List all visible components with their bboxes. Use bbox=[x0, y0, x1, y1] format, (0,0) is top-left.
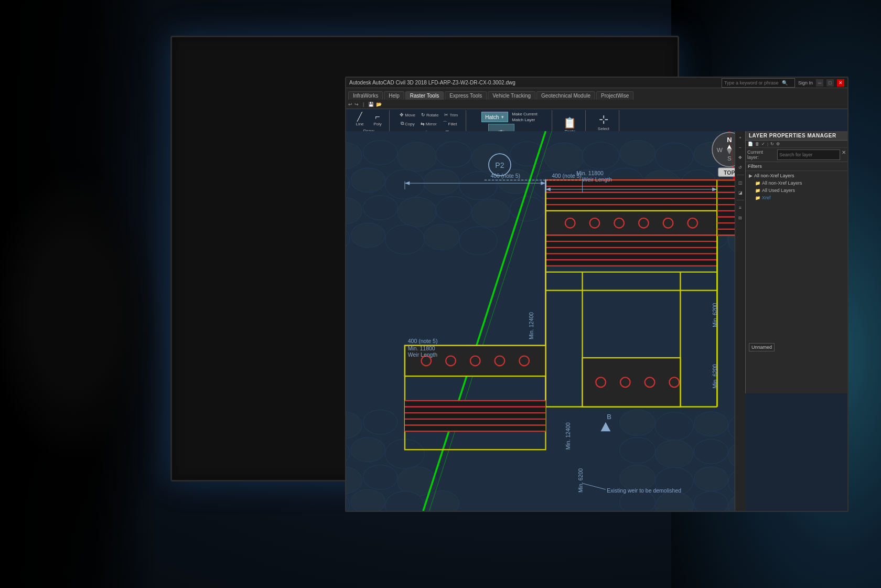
svg-text:400 (note 5): 400 (note 5) bbox=[490, 173, 520, 179]
svg-point-16 bbox=[424, 169, 459, 195]
svg-rect-109 bbox=[405, 401, 546, 431]
match-layer-btn[interactable]: Match Layer bbox=[510, 117, 539, 123]
sign-in-link[interactable]: Sign In bbox=[798, 80, 813, 85]
save-icon[interactable]: 💾 bbox=[368, 102, 374, 107]
svg-point-9 bbox=[620, 141, 656, 166]
tab-raster[interactable]: Raster Tools bbox=[405, 91, 444, 100]
svg-point-119 bbox=[470, 356, 480, 366]
layer-new-btn[interactable]: 📄 bbox=[748, 142, 753, 146]
svg-text:N: N bbox=[727, 136, 732, 144]
match-prop-btn[interactable]: ⊟ bbox=[736, 213, 745, 222]
svg-point-63 bbox=[694, 467, 728, 491]
make-current-btn[interactable]: Make Current bbox=[510, 111, 539, 117]
filter-tree: ▶ All non-Xref Layers 📁 All non-Xref Lay… bbox=[746, 171, 847, 202]
pan-btn[interactable]: ✥ bbox=[736, 153, 745, 162]
quick-access-toolbar: ↩ ↪ | 💾 📂 bbox=[346, 100, 847, 109]
svg-point-8 bbox=[583, 142, 619, 169]
fillet-btn[interactable]: ⌒Fillet bbox=[440, 119, 459, 128]
svg-text:W: W bbox=[717, 146, 723, 153]
filter-xref[interactable]: 📁 Xref bbox=[755, 194, 844, 201]
svg-point-87 bbox=[639, 218, 649, 228]
make-current-area: Make Current Match Layer bbox=[510, 111, 539, 123]
layer-refresh-btn[interactable]: ↻ bbox=[770, 142, 774, 146]
layer-settings-btn[interactable]: ⚙ bbox=[776, 142, 780, 146]
unnamed-label: Unnamed bbox=[749, 343, 775, 351]
move-btn[interactable]: ✥Move bbox=[397, 111, 417, 119]
line-btn[interactable]: ╱ Line bbox=[351, 112, 368, 127]
svg-rect-76 bbox=[546, 180, 717, 210]
app-title: Autodesk AutoCAD Civil 3D 2018 LFD-ARP-Z… bbox=[349, 80, 515, 85]
svg-point-30 bbox=[471, 199, 509, 228]
svg-point-52 bbox=[351, 437, 385, 462]
svg-point-38 bbox=[385, 225, 425, 254]
tab-infraworks[interactable]: InfraWorks bbox=[348, 91, 383, 100]
global-search[interactable]: 🔍 bbox=[722, 78, 795, 88]
mirror-btn[interactable]: ⇆Mirror bbox=[418, 120, 439, 127]
svg-point-48 bbox=[656, 412, 693, 441]
polyline-btn[interactable]: ⌐ Poly bbox=[369, 112, 386, 127]
svg-text:B: B bbox=[607, 413, 611, 421]
svg-point-29 bbox=[436, 197, 471, 222]
svg-point-66 bbox=[351, 489, 385, 511]
svg-text:Weir Length: Weir Length bbox=[583, 176, 613, 183]
search-clear-btn[interactable]: ✕ bbox=[842, 149, 846, 160]
layer-panel-title: LAYER PROPERTIES MANAGER bbox=[746, 131, 847, 141]
zoom-in-btn[interactable]: + bbox=[736, 133, 745, 142]
tab-geotechnical[interactable]: Geotechnical Module bbox=[536, 91, 595, 100]
hatch-dropdown[interactable]: Hatch ▼ bbox=[481, 112, 508, 122]
layer-panel-toolbar: 📄 🗑 ✓ | ↻ ⚙ bbox=[746, 141, 847, 148]
svg-text:400 (note 5): 400 (note 5) bbox=[408, 338, 438, 344]
svg-point-55 bbox=[656, 440, 693, 468]
filter-used[interactable]: 📁 All Used Layers bbox=[755, 187, 844, 194]
svg-point-27 bbox=[363, 196, 397, 220]
svg-point-54 bbox=[620, 437, 656, 463]
title-bar-left: Autodesk AutoCAD Civil 3D 2018 LFD-ARP-Z… bbox=[349, 80, 515, 85]
svg-text:S: S bbox=[727, 155, 732, 162]
open-icon[interactable]: 📂 bbox=[376, 102, 382, 107]
svg-text:Min. 11800: Min. 11800 bbox=[576, 170, 604, 176]
restore-btn[interactable]: □ bbox=[826, 79, 834, 87]
filter-all[interactable]: ▶ All non-Xref Layers bbox=[749, 172, 844, 179]
redo-icon[interactable]: ↪ bbox=[354, 102, 359, 107]
svg-point-40 bbox=[459, 227, 497, 255]
filters-header: Filters bbox=[746, 162, 847, 171]
layer-search-input[interactable] bbox=[777, 149, 840, 160]
svg-point-47 bbox=[620, 410, 656, 435]
copy-btn[interactable]: ⧉Copy bbox=[399, 120, 417, 127]
tab-help[interactable]: Help bbox=[384, 91, 404, 100]
svg-point-106 bbox=[645, 377, 655, 387]
svg-point-104 bbox=[596, 377, 606, 387]
minimize-btn[interactable]: ─ bbox=[816, 79, 823, 87]
rotate-btn[interactable]: ↻Rotate bbox=[419, 111, 441, 119]
layer-properties-panel: LAYER PROPERTIES MANAGER 📄 🗑 ✓ | ↻ ⚙ Cur… bbox=[745, 131, 847, 393]
svg-point-3 bbox=[397, 142, 437, 172]
layer-delete-btn[interactable]: 🗑 bbox=[755, 142, 759, 146]
properties-btn[interactable]: ≡ bbox=[736, 204, 745, 212]
svg-text:Weir Length: Weir Length bbox=[408, 351, 438, 358]
svg-rect-90 bbox=[546, 236, 717, 266]
undo-icon[interactable]: ↩ bbox=[348, 102, 352, 107]
close-btn[interactable]: ✕ bbox=[837, 79, 844, 87]
title-bar: Autodesk AutoCAD Civil 3D 2018 LFD-ARP-Z… bbox=[346, 78, 847, 88]
hatch-label: Hatch bbox=[485, 114, 499, 120]
svg-text:Min. 6200: Min. 6200 bbox=[577, 468, 584, 493]
orbit-btn[interactable]: ↺ bbox=[736, 163, 745, 172]
search-input[interactable] bbox=[724, 80, 782, 85]
layer-iso-btn[interactable]: ◫ bbox=[736, 178, 745, 187]
tab-vehicle[interactable]: Vehicle Tracking bbox=[488, 91, 535, 100]
svg-text:Existing weir to be demolished: Existing weir to be demolished bbox=[607, 487, 681, 494]
svg-point-10 bbox=[656, 143, 693, 171]
layer-current-btn[interactable]: ✓ bbox=[761, 142, 765, 146]
svg-point-88 bbox=[663, 218, 673, 228]
svg-text:Min. 12400: Min. 12400 bbox=[565, 422, 571, 450]
trim-btn[interactable]: ✂Trim bbox=[442, 111, 460, 119]
filter-all-non-xref[interactable]: 📁 All non-Xref Layers bbox=[755, 179, 844, 187]
svg-point-84 bbox=[565, 218, 575, 228]
layer-off-btn[interactable]: ◪ bbox=[736, 188, 745, 197]
svg-text:Min. 11800: Min. 11800 bbox=[408, 345, 435, 351]
zoom-out-btn[interactable]: − bbox=[736, 143, 745, 152]
tab-projectwise[interactable]: ProjectWise bbox=[596, 91, 633, 100]
cad-drawing-area[interactable]: P2 400 (note 5) 400 (note 5) Min. 11800 … bbox=[346, 131, 745, 511]
svg-point-85 bbox=[590, 218, 600, 228]
tab-express[interactable]: Express Tools bbox=[445, 91, 487, 100]
